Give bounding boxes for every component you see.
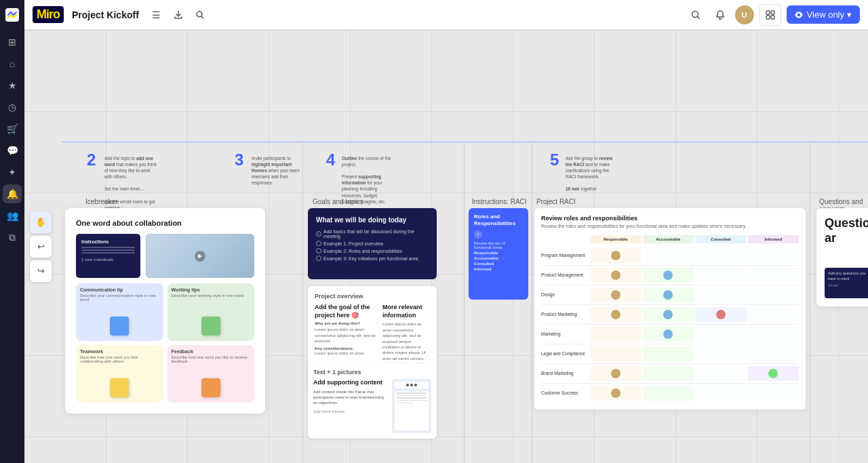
sidebar-item-layers[interactable]: ⧉ bbox=[3, 228, 22, 247]
raci-row-program: Program Management bbox=[541, 246, 799, 266]
divider-3 bbox=[532, 142, 532, 463]
sticky-blue bbox=[110, 317, 129, 336]
tool-overlay: ✋ ↩ ↪ bbox=[30, 212, 52, 282]
header-responsible: Responsible bbox=[590, 235, 642, 243]
goals-item-2: Example 2: Roles and responsibilities bbox=[316, 248, 429, 254]
thumb-controls bbox=[395, 382, 429, 388]
raci-inst-icon: i bbox=[474, 230, 482, 239]
sidebar-item-people[interactable]: 👥 bbox=[3, 206, 22, 225]
board-title: Project Kickoff bbox=[72, 9, 139, 20]
step-5-number: 5 bbox=[550, 150, 559, 169]
miro-logo: Miro bbox=[33, 6, 64, 23]
raci-inst-i: Informed bbox=[474, 267, 523, 271]
icebreaker-card: One word about collaboration Instruction… bbox=[65, 208, 265, 414]
header-consulted: Consulted bbox=[695, 235, 747, 243]
communication-label: Communication tip bbox=[80, 287, 159, 292]
user-avatar[interactable]: U bbox=[735, 5, 754, 24]
raci-row-product-mktg: Product Marketing bbox=[541, 305, 799, 325]
sidebar-item-home[interactable]: ⌂ bbox=[3, 54, 22, 73]
svg-point-7 bbox=[797, 13, 801, 17]
search-button[interactable] bbox=[191, 5, 210, 24]
questions-frame: Questions ar Add any questions you have … bbox=[816, 208, 868, 306]
view-only-button[interactable]: View only ▾ bbox=[787, 5, 860, 24]
sticky-yellow bbox=[110, 378, 129, 397]
topbar-actions: ☰ bbox=[147, 5, 210, 24]
communication-desc: Describe your communication style in one… bbox=[80, 294, 159, 302]
working-cell: Working tips Describe your working style… bbox=[167, 283, 255, 341]
questions-title: Questions ar bbox=[825, 216, 868, 245]
instr-line-2 bbox=[81, 249, 135, 251]
raci-instructions-card: Roles and Responsibilities i Review the … bbox=[469, 208, 528, 300]
overview-label: Project overview bbox=[315, 293, 430, 300]
search-icon-top[interactable] bbox=[686, 5, 705, 24]
sidebar-item-comments[interactable]: 💬 bbox=[3, 141, 22, 160]
feedback-cell: Feedback Describe how one word you like … bbox=[167, 345, 255, 403]
section-label-icebreaker: Icebreaker bbox=[85, 198, 117, 205]
instr-line-1 bbox=[81, 247, 135, 248]
raci-inst-title: Roles and Responsibilities bbox=[474, 214, 523, 228]
svg-rect-5 bbox=[766, 16, 770, 19]
working-desc: Describe your working style in one word bbox=[172, 294, 251, 298]
left-sidebar: ⊞ ⌂ ★ ◷ 🛒 💬 ✦ 🔔 👥 ⧉ bbox=[0, 0, 24, 463]
topbar: Miro Project Kickoff ☰ bbox=[24, 0, 868, 30]
text-pics-label: Text + 1 pictures bbox=[313, 369, 431, 376]
raci-row-product-mgmt: Product Management bbox=[541, 266, 799, 285]
sidebar-item-notifications[interactable]: 🔔 bbox=[3, 184, 22, 203]
feedback-desc: Describe how one word you like to receiv… bbox=[172, 355, 251, 363]
sidebar-item-star[interactable]: ★ bbox=[3, 76, 22, 95]
overview-text1: Lorem ipsum dolor sit amet consectetur a… bbox=[315, 327, 378, 344]
svg-rect-3 bbox=[766, 11, 770, 14]
question-sticky: Add any questions you have in mind 14 mi… bbox=[825, 268, 868, 298]
raci-table-sub: Review the roles and responsibilities fo… bbox=[541, 223, 799, 230]
raci-inst-line-0: Review the list of functional areas bbox=[474, 241, 523, 249]
sticky-green bbox=[201, 317, 220, 336]
raci-row-brand: Brand Marketing bbox=[541, 364, 799, 384]
canvas[interactable]: 2 Add the topic to add one word that mak… bbox=[24, 30, 868, 463]
grid-view-button[interactable] bbox=[760, 4, 781, 26]
undo-button[interactable]: ↩ bbox=[30, 236, 52, 258]
communication-cell: Communication tip Describe your communic… bbox=[76, 283, 163, 341]
sticky-orange bbox=[201, 378, 220, 397]
step-3-desc: Invite participants to highlight importa… bbox=[252, 155, 302, 186]
icebreaker-grid: Communication tip Describe your communic… bbox=[76, 283, 254, 403]
raci-inst-r: Responsible bbox=[474, 251, 523, 255]
bell-icon-top[interactable] bbox=[711, 5, 730, 24]
text-pics-add-note: Add more frames bbox=[313, 409, 388, 414]
menu-button[interactable]: ☰ bbox=[147, 5, 166, 24]
hand-tool[interactable]: ✋ bbox=[30, 212, 52, 233]
text-pics-frame: Text + 1 pictures Add supporting content… bbox=[308, 363, 437, 439]
photo-play-icon: ▶ bbox=[195, 251, 205, 262]
redo-button[interactable]: ↪ bbox=[30, 260, 52, 282]
sidebar-item-recent[interactable]: ◷ bbox=[3, 98, 22, 117]
text-pics-content: Add supporting content Add content insid… bbox=[313, 379, 431, 433]
sidebar-item-grid[interactable]: ⊞ bbox=[3, 33, 22, 52]
section-divider bbox=[62, 142, 868, 142]
overview-text2: Lorem ipsum dolor sit amet. bbox=[315, 351, 378, 355]
text-pics-sub: Add content inside this frame that parti… bbox=[313, 389, 388, 406]
app-logo[interactable] bbox=[3, 5, 22, 24]
thumb-doc bbox=[395, 391, 429, 430]
goals-item-0: ✓ Add topics that will be discussed duri… bbox=[316, 229, 429, 239]
sidebar-item-plugins[interactable]: ✦ bbox=[3, 163, 22, 182]
top-right-icons: U bbox=[686, 5, 754, 24]
text-pics-left: Add supporting content Add content insid… bbox=[313, 379, 388, 433]
export-button[interactable] bbox=[169, 5, 188, 24]
raci-rows: Program Management Product Management bbox=[541, 246, 799, 403]
icebreaker-top-row: Instructions 1 vote individually ▶ bbox=[76, 234, 254, 278]
step-5-desc: Ask the group to review the RACI and to … bbox=[566, 155, 620, 193]
step-4-number: 4 bbox=[326, 150, 335, 169]
raci-inst-a: Accountable bbox=[474, 256, 523, 260]
teamwork-desc: Describe how one word you feel collabora… bbox=[80, 355, 159, 363]
step-3-number: 3 bbox=[235, 150, 243, 169]
raci-row-legal: Legal and Compliance bbox=[541, 344, 799, 364]
divider-4 bbox=[810, 142, 810, 463]
instructions-card-title: Instructions bbox=[81, 239, 135, 244]
section-label-project-raci: Project RACI bbox=[536, 198, 576, 205]
raci-table-title: Review roles and responsibilities bbox=[541, 215, 799, 222]
photo-thumbnail: ▶ bbox=[146, 234, 254, 278]
raci-row-design: Design bbox=[541, 285, 799, 305]
sidebar-item-cart[interactable]: 🛒 bbox=[3, 119, 22, 138]
text-pics-image bbox=[392, 379, 431, 433]
project-raci-frame: Review roles and responsibilities Review… bbox=[534, 208, 806, 409]
overview-sub2: Key considerations: bbox=[315, 346, 378, 350]
